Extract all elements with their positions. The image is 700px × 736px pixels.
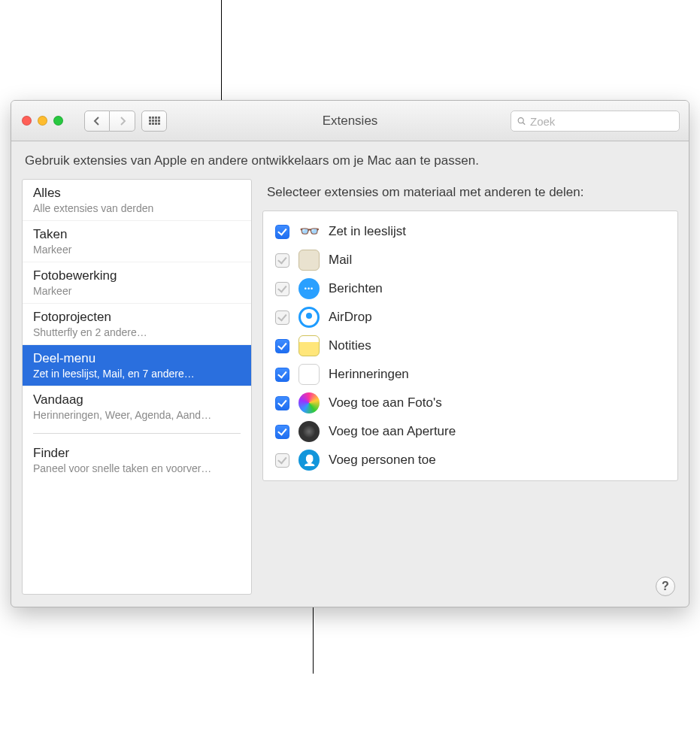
extension-label: Herinneringen [329, 367, 409, 382]
glasses-icon: 👓 [298, 221, 320, 242]
sidebar-item-subtitle: Zet in leeslijst, Mail, en 7 andere… [33, 368, 241, 380]
sidebar-item-deel-menu[interactable]: Deel-menuZet in leeslijst, Mail, en 7 an… [23, 345, 251, 386]
mail-icon [298, 250, 320, 271]
main-panel: Selecteer extensies om materiaal met and… [262, 179, 678, 595]
sidebar: AllesAlle extensies van derdenTakenMarke… [22, 179, 252, 595]
main-heading: Selecteer extensies om materiaal met and… [262, 179, 678, 211]
search-field[interactable] [511, 111, 680, 132]
messages-icon [298, 278, 320, 299]
sidebar-item-subtitle: Alle extensies van derden [33, 202, 241, 214]
extension-row: Notities [268, 332, 673, 360]
sidebar-item-title: Fotobewerking [33, 268, 241, 283]
sidebar-item-title: Finder [33, 446, 241, 461]
sidebar-item-subtitle: Markeer [33, 285, 241, 297]
people-icon [298, 450, 320, 471]
zoom-button[interactable] [53, 116, 63, 126]
chevron-left-icon [93, 117, 101, 126]
extension-row: AirDrop [268, 303, 673, 332]
sidebar-item-title: Taken [33, 227, 241, 242]
extension-row: Voeg toe aan Foto's [268, 389, 673, 417]
extension-checkbox [275, 453, 289, 468]
extension-checkbox[interactable] [275, 339, 289, 353]
extension-row: Voeg toe aan Aperture [268, 417, 673, 446]
extension-label: Voeg toe aan Foto's [329, 395, 442, 410]
sidebar-item-fotoprojecten[interactable]: FotoprojectenShutterfly en 2 andere… [23, 304, 251, 345]
sidebar-item-subtitle: Paneel voor snelle taken en voorver… [33, 462, 241, 474]
titlebar: Extensies [11, 101, 689, 141]
sidebar-item-fotobewerking[interactable]: FotobewerkingMarkeer [23, 262, 251, 304]
sidebar-item-subtitle: Markeer [33, 244, 241, 256]
extension-checkbox[interactable] [275, 425, 289, 439]
extension-row: Herinneringen [268, 360, 673, 389]
sidebar-item-title: Vandaag [33, 392, 241, 407]
extension-row: Berichten [268, 274, 673, 303]
reminders-icon [298, 364, 320, 385]
extension-label: Zet in leeslijst [329, 224, 406, 239]
close-button[interactable] [22, 116, 32, 126]
minimize-button[interactable] [38, 116, 47, 126]
sidebar-item-taken[interactable]: TakenMarkeer [23, 221, 251, 262]
extension-label: Voeg toe aan Aperture [329, 424, 456, 439]
extension-checkbox[interactable] [275, 368, 289, 382]
svg-line-1 [523, 123, 525, 125]
airdrop-icon [298, 307, 320, 328]
description-text: Gebruik extensies van Apple en andere on… [11, 141, 689, 179]
extension-checkbox[interactable] [275, 396, 289, 410]
sidebar-item-subtitle: Herinneringen, Weer, Agenda, Aand… [33, 409, 241, 421]
search-icon [517, 116, 526, 126]
extension-row: Voeg personen toe [268, 446, 673, 474]
photos-icon [298, 392, 320, 413]
help-button[interactable]: ? [656, 577, 675, 596]
extension-label: Berichten [329, 281, 383, 296]
back-button[interactable] [84, 111, 110, 132]
notes-icon [298, 335, 320, 356]
svg-point-0 [518, 118, 523, 123]
extension-checkbox [275, 253, 289, 268]
extension-row: 👓Zet in leeslijst [268, 217, 673, 246]
extension-list: 👓Zet in leeslijstMailBerichtenAirDropNot… [262, 211, 678, 481]
sidebar-item-title: Fotoprojecten [33, 310, 241, 325]
chevron-right-icon [119, 117, 126, 126]
extension-label: Voeg personen toe [329, 453, 436, 468]
window-controls [22, 116, 63, 126]
sidebar-item-title: Deel-menu [33, 351, 241, 366]
preferences-window: Extensies Gebruik extensies van Apple en… [11, 100, 689, 607]
extension-checkbox[interactable] [275, 225, 289, 239]
sidebar-item-title: Alles [33, 186, 241, 201]
forward-button[interactable] [110, 111, 135, 132]
extension-label: Mail [329, 253, 352, 268]
extension-checkbox [275, 310, 289, 325]
nav-group [84, 111, 135, 132]
show-all-button[interactable] [141, 111, 167, 132]
extension-label: AirDrop [329, 310, 372, 325]
extension-row: Mail [268, 246, 673, 274]
search-input[interactable] [530, 115, 673, 128]
content-area: AllesAlle extensies van derdenTakenMarke… [11, 179, 689, 605]
extension-label: Notities [329, 338, 371, 353]
sidebar-separator [33, 433, 241, 434]
sidebar-item-alles[interactable]: AllesAlle extensies van derden [23, 180, 251, 221]
sidebar-item-subtitle: Shutterfly en 2 andere… [33, 326, 241, 338]
grid-icon [149, 117, 160, 125]
extension-checkbox [275, 282, 289, 296]
sidebar-item-finder[interactable]: FinderPaneel voor snelle taken en voorve… [23, 440, 251, 480]
aperture-icon [298, 421, 320, 442]
sidebar-item-vandaag[interactable]: VandaagHerinneringen, Weer, Agenda, Aand… [23, 386, 251, 427]
